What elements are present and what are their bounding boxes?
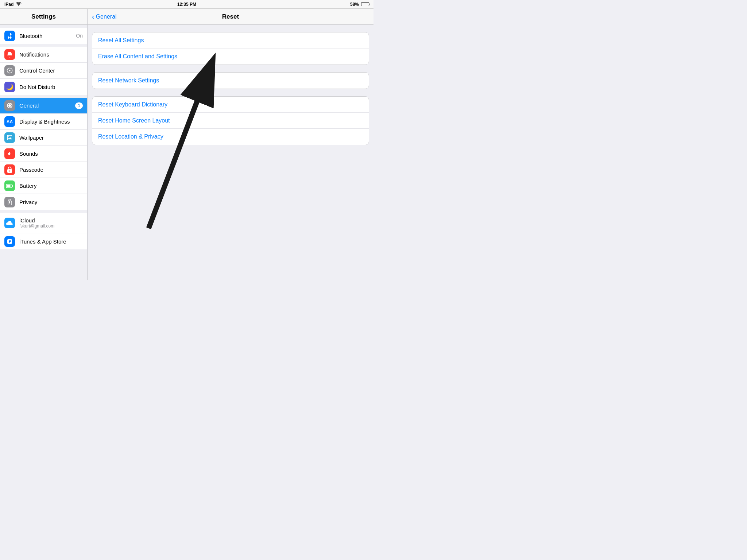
- reset-home-row[interactable]: Reset Home Screen Layout: [92, 113, 369, 129]
- passcode-label: Passcode: [19, 167, 83, 173]
- appstore-label: iTunes & App Store: [19, 238, 83, 245]
- sounds-label: Sounds: [19, 151, 83, 157]
- wallpaper-icon: [4, 132, 15, 143]
- sidebar-item-control-center[interactable]: Control Center: [0, 63, 87, 79]
- status-bar: iPad 12:35 PM 58%: [0, 0, 374, 9]
- do-not-disturb-label: Do Not Disturb: [19, 84, 83, 90]
- icloud-label: iCloud: [19, 217, 54, 223]
- general-icon: [4, 100, 15, 111]
- sidebar-item-battery[interactable]: Battery: [0, 178, 87, 194]
- sidebar-item-sounds[interactable]: Sounds: [0, 146, 87, 162]
- sidebar-section-3: iCloud fskurt@gmail.com iTunes & App Sto…: [0, 213, 87, 249]
- sidebar-section-2: General 1 AA Display & Brightness: [0, 98, 87, 210]
- sidebar-item-general[interactable]: General 1: [0, 98, 87, 114]
- battery-label: Battery: [19, 183, 83, 189]
- reset-nav-title: Reset: [222, 13, 239, 20]
- sidebar-item-display[interactable]: AA Display & Brightness: [0, 114, 87, 130]
- bluetooth-label: Bluetooth: [19, 33, 76, 39]
- wallpaper-label: Wallpaper: [19, 135, 83, 141]
- back-button[interactable]: ‹ General: [92, 13, 117, 20]
- wifi-icon: [16, 1, 22, 7]
- erase-all-row[interactable]: Erase All Content and Settings: [92, 48, 369, 65]
- ipad-label: iPad: [4, 2, 13, 7]
- general-label: General: [19, 102, 75, 109]
- settings-group-1: Reset All Settings Erase All Content and…: [92, 32, 369, 65]
- notifications-icon: [4, 49, 15, 60]
- erase-all-label: Erase All Content and Settings: [98, 53, 177, 60]
- svg-point-4: [9, 171, 10, 172]
- appstore-icon: [4, 236, 15, 247]
- reset-all-settings-row[interactable]: Reset All Settings: [92, 32, 369, 48]
- sidebar-item-do-not-disturb[interactable]: 🌙 Do Not Disturb: [0, 79, 87, 95]
- nav-right: ‹ General Reset: [88, 9, 374, 24]
- reset-keyboard-label: Reset Keyboard Dictionary: [98, 101, 167, 108]
- reset-all-settings-label: Reset All Settings: [98, 37, 144, 44]
- reset-keyboard-row[interactable]: Reset Keyboard Dictionary: [92, 97, 369, 113]
- bluetooth-status: On: [76, 33, 83, 39]
- svg-rect-6: [7, 184, 11, 187]
- svg-rect-7: [12, 185, 13, 187]
- sidebar: Bluetooth On Notifications: [0, 25, 88, 280]
- display-icon: AA: [4, 116, 15, 127]
- reset-location-label: Reset Location & Privacy: [98, 133, 163, 140]
- sidebar-item-notifications[interactable]: Notifications: [0, 47, 87, 63]
- privacy-label: Privacy: [19, 199, 83, 205]
- privacy-icon: [4, 197, 15, 207]
- sidebar-item-wallpaper[interactable]: Wallpaper: [0, 130, 87, 146]
- main-content: Reset All Settings Erase All Content and…: [88, 25, 374, 280]
- svg-point-0: [18, 5, 19, 6]
- back-label: General: [96, 13, 117, 20]
- general-badge: 1: [75, 102, 83, 109]
- battery-icon-sidebar: [4, 180, 15, 191]
- sidebar-item-passcode[interactable]: Passcode: [0, 162, 87, 178]
- icloud-icon: [4, 218, 15, 228]
- settings-group-3: Reset Keyboard Dictionary Reset Home Scr…: [92, 96, 369, 145]
- app-container: Settings ‹ General Reset Bluetoot: [0, 9, 374, 280]
- control-center-label: Control Center: [19, 67, 83, 74]
- sidebar-item-icloud[interactable]: iCloud fskurt@gmail.com: [0, 213, 87, 233]
- nav-left: Settings: [0, 9, 88, 24]
- reset-home-label: Reset Home Screen Layout: [98, 117, 170, 124]
- reset-network-row[interactable]: Reset Network Settings: [92, 73, 369, 89]
- battery-percent: 58%: [350, 2, 359, 7]
- status-time: 12:35 PM: [177, 2, 196, 7]
- display-label: Display & Brightness: [19, 118, 83, 125]
- content-area: Bluetooth On Notifications: [0, 25, 374, 280]
- battery-icon: [361, 2, 369, 6]
- settings-group-2: Reset Network Settings: [92, 72, 369, 89]
- sidebar-section-top: Bluetooth On: [0, 28, 87, 44]
- reset-location-row[interactable]: Reset Location & Privacy: [92, 129, 369, 145]
- reset-network-label: Reset Network Settings: [98, 77, 159, 84]
- icloud-sublabel: fskurt@gmail.com: [19, 223, 54, 229]
- sidebar-item-privacy[interactable]: Privacy: [0, 194, 87, 210]
- control-center-icon: [4, 65, 15, 76]
- settings-nav-title: Settings: [31, 13, 56, 20]
- status-left: iPad: [4, 1, 22, 7]
- status-right: 58%: [350, 2, 369, 7]
- back-chevron-icon: ‹: [92, 13, 94, 20]
- sidebar-section-1: Notifications Control Center 🌙: [0, 47, 87, 95]
- icloud-text: iCloud fskurt@gmail.com: [19, 217, 54, 229]
- sidebar-item-appstore[interactable]: iTunes & App Store: [0, 233, 87, 249]
- do-not-disturb-icon: 🌙: [4, 82, 15, 92]
- svg-point-2: [9, 70, 11, 71]
- nav-bars: Settings ‹ General Reset: [0, 9, 374, 25]
- sidebar-item-bluetooth[interactable]: Bluetooth On: [0, 28, 87, 44]
- bluetooth-icon: [4, 31, 15, 41]
- sounds-icon: [4, 148, 15, 159]
- passcode-icon: [4, 164, 15, 175]
- notifications-label: Notifications: [19, 51, 83, 58]
